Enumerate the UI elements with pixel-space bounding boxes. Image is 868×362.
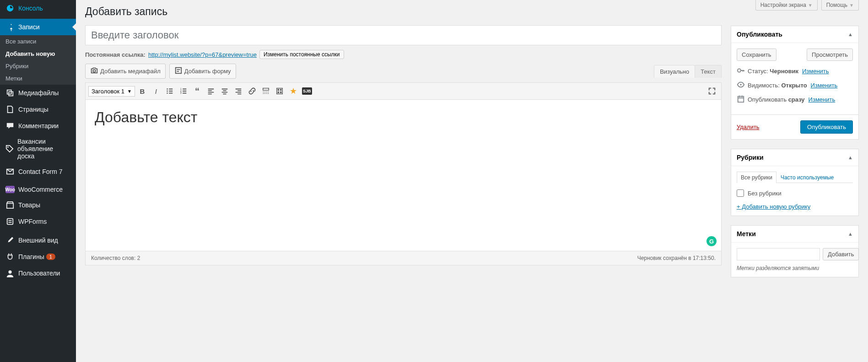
sidebar-label: Внешний вид xyxy=(18,237,58,244)
sidebar-item-plugins[interactable]: Плагины 1 xyxy=(0,249,76,265)
media-icon xyxy=(5,88,15,97)
sidebar-subitem-tags[interactable]: Метки xyxy=(0,72,76,85)
publish-button[interactable]: Опубликовать xyxy=(800,120,853,134)
comment-icon xyxy=(5,121,15,130)
sidebar-item-jobs[interactable]: Вакансии объявление доска xyxy=(0,134,76,163)
tags-metabox: Метки ▲ Добавить Метки разделяются запят… xyxy=(731,225,859,277)
sidebar-subitem-all-posts[interactable]: Все записи xyxy=(0,35,76,48)
sidebar-item-users[interactable]: Пользователи xyxy=(0,265,76,281)
sidebar-label: Записи xyxy=(18,23,39,31)
sidebar-item-appearance[interactable]: Внешний вид xyxy=(0,232,76,249)
change-permalinks-button[interactable]: Изменить постоянные ссылки xyxy=(259,50,344,59)
align-left-button[interactable] xyxy=(205,85,217,97)
add-tag-button[interactable]: Добавить xyxy=(823,248,859,260)
category-item-uncategorized[interactable]: Без рубрики xyxy=(737,188,853,199)
text-tab[interactable]: Текст xyxy=(695,65,722,78)
sidebar-item-pages[interactable]: Страницы xyxy=(0,101,76,118)
categories-metabox-toggle[interactable]: Рубрики ▲ xyxy=(731,149,858,166)
numbered-list-button[interactable]: 123 xyxy=(177,85,190,97)
svg-text:3: 3 xyxy=(180,92,182,94)
permalink-label: Постоянная ссылка: xyxy=(85,51,146,58)
post-title-input[interactable] xyxy=(85,25,722,45)
align-right-button[interactable] xyxy=(232,85,245,97)
sidebar-label: Contact Form 7 xyxy=(18,168,62,175)
editor: Заголовок 1▼ B I 123 “ ★ SJB Добавьте те… xyxy=(85,82,722,265)
italic-button[interactable]: I xyxy=(150,85,162,97)
page-icon xyxy=(5,105,15,114)
svg-rect-4 xyxy=(175,68,181,74)
sidebar-item-console[interactable]: Консоль xyxy=(0,0,76,16)
chevron-up-icon: ▲ xyxy=(848,231,853,237)
tags-metabox-toggle[interactable]: Метки ▲ xyxy=(731,226,858,243)
admin-sidebar: Консоль Записи Все записи Добавить новую… xyxy=(0,0,76,362)
add-form-button[interactable]: Добавить форму xyxy=(169,64,236,79)
categories-tab-all[interactable]: Все рубрики xyxy=(737,172,776,183)
category-checkbox[interactable] xyxy=(737,189,744,197)
user-icon xyxy=(5,269,15,278)
align-center-button[interactable] xyxy=(218,85,231,97)
screen-options-tab[interactable]: Настройки экрана▼ xyxy=(755,0,818,11)
main-content: Настройки экрана▼ Помощь▼ Добавить запис… xyxy=(76,0,868,362)
categories-tab-most-used[interactable]: Часто используемые xyxy=(776,172,838,183)
permalink-url[interactable]: http://mylist.website/?p=67&preview=true xyxy=(148,51,257,58)
permalink-row: Постоянная ссылка: http://mylist.website… xyxy=(85,45,722,64)
link-button[interactable] xyxy=(246,85,259,97)
sidebar-item-media[interactable]: Медиафайлы xyxy=(0,85,76,101)
tags-input[interactable] xyxy=(737,248,820,260)
sidebar-subitem-categories[interactable]: Рубрики xyxy=(0,60,76,72)
visibility-label: Видимость: Открыто xyxy=(748,82,807,89)
svg-rect-15 xyxy=(277,92,279,93)
star-button[interactable]: ★ xyxy=(287,85,300,97)
sjb-button[interactable]: SJB xyxy=(301,85,313,97)
content-editor[interactable]: Добавьте текст G xyxy=(86,100,721,251)
sidebar-label: Страницы xyxy=(18,106,49,113)
edit-visibility-link[interactable]: Изменить xyxy=(811,82,838,89)
svg-rect-11 xyxy=(263,88,269,91)
sidebar-item-wpforms[interactable]: WPForms xyxy=(0,213,76,230)
edit-schedule-link[interactable]: Изменить xyxy=(809,96,836,103)
add-media-button[interactable]: Добавить медиафайл xyxy=(85,64,166,79)
bullet-list-button[interactable] xyxy=(163,85,176,97)
svg-point-5 xyxy=(167,88,168,90)
sidebar-label: Плагины xyxy=(18,253,44,260)
svg-point-6 xyxy=(167,91,168,92)
fullscreen-button[interactable] xyxy=(706,85,718,97)
publish-metabox-toggle[interactable]: Опубликовать ▲ xyxy=(731,26,858,43)
save-draft-button[interactable]: Сохранить xyxy=(737,49,776,61)
form-icon xyxy=(174,66,183,76)
sidebar-item-woocommerce[interactable]: Woo WooCommerce xyxy=(0,182,76,197)
preview-button[interactable]: Просмотреть xyxy=(807,49,853,61)
categories-metabox: Рубрики ▲ Все рубрики Часто используемые… xyxy=(731,149,859,216)
blockquote-button[interactable]: “ xyxy=(191,85,204,97)
sidebar-item-posts[interactable]: Записи xyxy=(0,19,76,35)
top-tabs: Настройки экрана▼ Помощь▼ xyxy=(755,0,859,11)
edit-status-link[interactable]: Изменить xyxy=(802,68,829,75)
sidebar-subitem-add-new[interactable]: Добавить новую xyxy=(0,48,76,60)
tag-icon xyxy=(5,144,14,153)
sidebar-item-products[interactable]: Товары xyxy=(0,197,76,213)
more-button[interactable] xyxy=(259,85,272,97)
plug-icon xyxy=(5,252,15,261)
svg-rect-19 xyxy=(738,97,744,103)
sidebar-label: WPForms xyxy=(18,218,47,225)
sidebar-item-comments[interactable]: Комментарии xyxy=(0,118,76,134)
move-to-trash-link[interactable]: Удалить xyxy=(737,124,760,130)
status-label: Статус: Черновик xyxy=(748,68,798,75)
svg-point-3 xyxy=(93,70,95,72)
key-icon xyxy=(737,66,744,76)
bold-button[interactable]: B xyxy=(136,85,149,97)
publish-metabox: Опубликовать ▲ Сохранить Просмотреть Ста… xyxy=(731,26,859,140)
editor-toolbar: Заголовок 1▼ B I 123 “ ★ SJB xyxy=(86,83,721,100)
add-new-category-link[interactable]: + Добавить новую рубрику xyxy=(737,203,810,210)
sidebar-item-cf7[interactable]: Contact Form 7 xyxy=(0,163,76,180)
svg-rect-1 xyxy=(7,219,13,225)
toolbar-toggle-button[interactable] xyxy=(273,85,286,97)
visual-tab[interactable]: Визуально xyxy=(654,65,695,78)
help-tab[interactable]: Помощь▼ xyxy=(821,0,859,11)
svg-rect-16 xyxy=(280,92,282,93)
plugins-update-badge: 1 xyxy=(46,254,55,260)
dashboard-icon xyxy=(5,4,15,13)
brush-icon xyxy=(5,236,15,245)
grammarly-icon[interactable]: G xyxy=(706,236,717,246)
format-select[interactable]: Заголовок 1▼ xyxy=(88,86,135,97)
